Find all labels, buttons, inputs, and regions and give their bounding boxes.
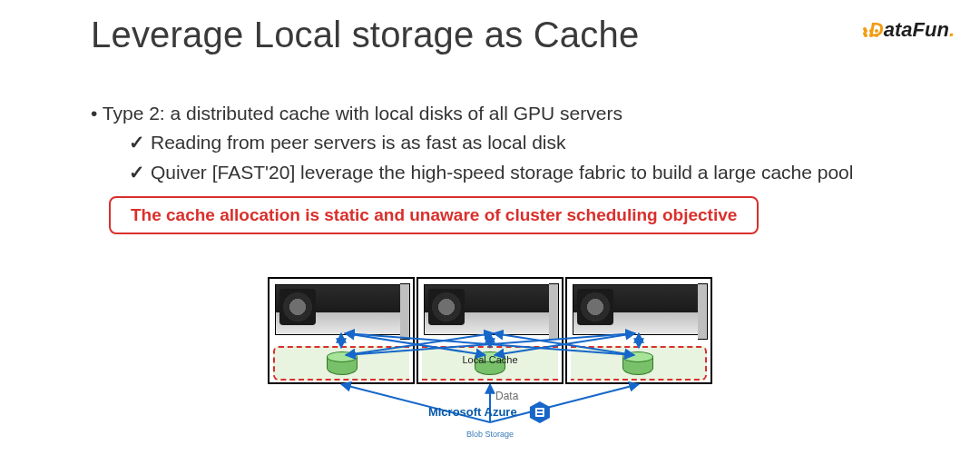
- logo-rest: ataFun: [884, 18, 949, 41]
- datafun-logo: DataFun.: [862, 18, 955, 42]
- slide-title: Leverage Local storage as Cache: [91, 15, 639, 55]
- callout-box: The cache allocation is static and unawa…: [109, 196, 759, 234]
- bullet-sub-2: Quiver [FAST'20] leverage the high-speed…: [129, 159, 926, 186]
- bullet-sub-1: Reading from peer servers is as fast as …: [129, 129, 926, 156]
- gpu-card-icon: [424, 284, 556, 335]
- svg-rect-14: [537, 410, 543, 411]
- logo-dots-icon: [862, 26, 867, 36]
- bullet-list: Type 2: a distributed cache with local d…: [91, 100, 926, 188]
- architecture-diagram: Local Cache: [268, 277, 712, 440]
- disk-icon: [327, 351, 358, 375]
- gpu-card-icon: [573, 284, 705, 335]
- disk-icon: [475, 351, 505, 375]
- local-cache-segment: [422, 346, 558, 381]
- azure-blob-icon: [528, 401, 552, 424]
- blob-storage: Microsoft Azure Blob Storage: [428, 401, 552, 440]
- svg-rect-15: [537, 413, 543, 415]
- bullet-main: Type 2: a distributed cache with local d…: [91, 100, 926, 127]
- gpu-server-3: [565, 277, 712, 384]
- logo-letter-d: D: [869, 18, 884, 41]
- gpu-server-2: Local Cache: [416, 277, 564, 384]
- local-cache-segment: [571, 346, 707, 381]
- logo-dot: .: [949, 18, 955, 41]
- disk-icon: [622, 351, 653, 375]
- local-cache-segment: [273, 346, 409, 381]
- gpu-server-1: [268, 277, 415, 384]
- gpu-card-icon: [275, 284, 407, 335]
- slide: Leverage Local storage as Cache DataFun.…: [0, 0, 980, 465]
- svg-rect-13: [535, 408, 544, 417]
- blob-storage-label: Microsoft Azure Blob Storage: [428, 403, 552, 440]
